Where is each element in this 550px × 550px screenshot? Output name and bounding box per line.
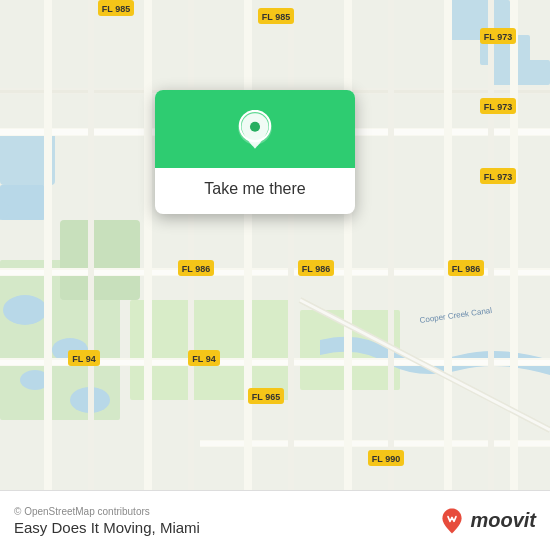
footer-left: © OpenStreetMap contributors Easy Does I… [14, 506, 200, 536]
copyright-text: © OpenStreetMap contributors [14, 506, 200, 517]
svg-rect-35 [510, 0, 518, 490]
take-me-there-button[interactable]: Take me there [204, 178, 305, 200]
svg-rect-24 [200, 441, 550, 446]
location-pin-icon [234, 110, 276, 152]
svg-text:FL 94: FL 94 [192, 354, 215, 364]
svg-point-11 [3, 295, 47, 325]
svg-rect-10 [490, 60, 550, 85]
footer-bar: © OpenStreetMap contributors Easy Does I… [0, 490, 550, 550]
svg-rect-28 [388, 0, 394, 490]
svg-text:FL 965: FL 965 [252, 392, 280, 402]
svg-text:FL 985: FL 985 [102, 4, 130, 14]
svg-text:FL 986: FL 986 [302, 264, 330, 274]
svg-text:FL 986: FL 986 [182, 264, 210, 274]
svg-text:FL 94: FL 94 [72, 354, 95, 364]
popup-card[interactable]: Take me there [155, 90, 355, 214]
svg-text:FL 973: FL 973 [484, 32, 512, 42]
popup-header [155, 90, 355, 168]
place-name: Easy Does It Moving, Miami [14, 519, 200, 536]
svg-text:FL 985: FL 985 [262, 12, 290, 22]
svg-rect-27 [288, 0, 294, 490]
popup-footer[interactable]: Take me there [155, 168, 355, 214]
moovit-pin-icon [438, 507, 466, 535]
svg-rect-32 [244, 0, 252, 490]
svg-rect-29 [488, 0, 494, 490]
svg-rect-26 [188, 0, 194, 490]
svg-point-69 [250, 122, 260, 132]
moovit-text: moovit [470, 509, 536, 532]
map-svg: FL 985 FL 976 FL 976 FL 973 FL 973 FL 97… [0, 0, 550, 490]
svg-text:FL 973: FL 973 [484, 102, 512, 112]
moovit-logo[interactable]: moovit [438, 507, 536, 535]
svg-text:FL 973: FL 973 [484, 172, 512, 182]
svg-text:FL 990: FL 990 [372, 454, 400, 464]
svg-text:FL 986: FL 986 [452, 264, 480, 274]
svg-rect-31 [144, 0, 152, 490]
svg-rect-3 [60, 220, 140, 300]
svg-rect-30 [44, 0, 52, 490]
svg-rect-33 [344, 0, 352, 490]
svg-rect-34 [444, 0, 452, 490]
map-container[interactable]: FL 985 FL 976 FL 976 FL 973 FL 973 FL 97… [0, 0, 550, 490]
svg-rect-25 [88, 0, 94, 490]
